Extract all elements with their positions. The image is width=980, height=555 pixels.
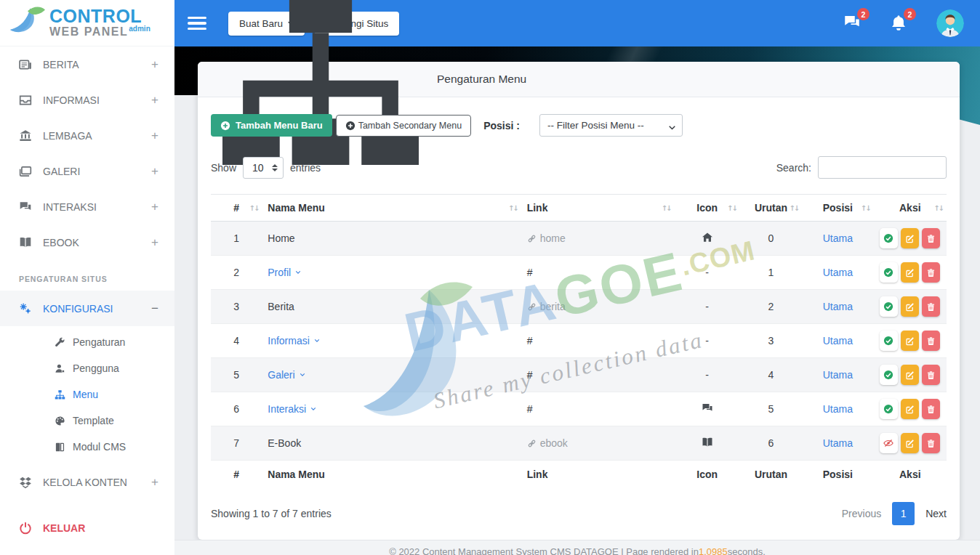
delete-button[interactable] <box>922 228 940 248</box>
menu-name-link[interactable]: Informasi <box>268 335 321 347</box>
toggle-visibility-button[interactable] <box>880 365 898 385</box>
sitemap-icon <box>55 389 65 400</box>
delete-button[interactable] <box>922 262 940 283</box>
expand-plus-icon: + <box>151 475 158 490</box>
submenu-item-pengaturan[interactable]: Pengaturan <box>0 329 174 355</box>
submenu-item-menu[interactable]: Menu <box>0 381 174 408</box>
row-number: 2 <box>211 256 262 290</box>
urutan-value: 3 <box>740 324 802 358</box>
column-header-icon[interactable]: Icon↑↓ <box>675 195 740 222</box>
notifications-bell-icon[interactable]: 2 <box>890 14 909 33</box>
page-1-button[interactable]: 1 <box>892 502 915 525</box>
trash-icon <box>926 302 936 312</box>
link-icon <box>527 439 537 448</box>
toggle-visibility-button[interactable] <box>880 262 898 283</box>
delete-button[interactable] <box>922 399 940 419</box>
footer-header-icon: Icon <box>675 461 740 489</box>
row-number: 6 <box>211 392 262 426</box>
menu-settings-card: Pengaturan Menu Tambah Menu Baru Tambah … <box>198 62 960 540</box>
user-avatar[interactable] <box>936 9 964 37</box>
toggle-visibility-button[interactable] <box>880 433 898 453</box>
sidebar-item-konfigurasi[interactable]: KONFIGURASI− <box>0 291 174 326</box>
search-input[interactable] <box>818 156 947 179</box>
newspaper-icon <box>19 58 32 71</box>
posisi-label: Posisi : <box>483 120 520 131</box>
column-header-posisi[interactable]: Posisi↑↓ <box>802 195 873 222</box>
sidebar-item-kelola-konten[interactable]: KELOLA KONTEN+ <box>0 464 174 500</box>
add-secondary-menu-button[interactable]: Tambah Secondary Menu <box>336 115 471 137</box>
app-logo[interactable]: CONTROL WEB PANELadmin <box>0 0 174 46</box>
table-header-row: #↑↓Nama Menu↑↓Link↑↓Icon↑↓Urutan↑↓Posisi… <box>211 195 947 222</box>
toggle-visibility-button[interactable] <box>880 228 898 248</box>
posisi-link[interactable]: Utama <box>823 335 853 347</box>
menu-link-text: home <box>540 232 566 244</box>
submenu-item-template[interactable]: Template <box>0 408 174 434</box>
column-header-nama-menu[interactable]: Nama Menu↑↓ <box>262 195 521 222</box>
toggle-visibility-button[interactable] <box>880 399 898 419</box>
toggle-visibility-button[interactable] <box>880 331 898 351</box>
messages-badge: 2 <box>857 8 869 20</box>
trash-icon <box>926 405 936 414</box>
column-header-link[interactable]: Link↑↓ <box>521 195 675 222</box>
previous-page-button[interactable]: Previous <box>842 508 881 519</box>
logout-button[interactable]: KELUAR <box>0 510 174 546</box>
delete-button[interactable] <box>922 433 940 453</box>
collapse-minus-icon: − <box>151 301 158 316</box>
submenu-item-label: Template <box>73 415 114 426</box>
column-header-urutan[interactable]: Urutan↑↓ <box>740 195 802 222</box>
sidebar-item-informasi[interactable]: INFORMASI+ <box>0 82 174 118</box>
column-header-aksi[interactable]: Aksi↑↓ <box>874 195 947 222</box>
urutan-value: 6 <box>740 426 802 461</box>
logo-subtitle: WEB PANEL <box>49 26 128 39</box>
toggle-visibility-button[interactable] <box>880 296 898 317</box>
submenu-item-modul-cms[interactable]: Modul CMS <box>0 434 174 460</box>
bank-icon <box>19 129 32 142</box>
expand-plus-icon: + <box>151 200 158 214</box>
edit-button[interactable] <box>901 228 919 248</box>
delete-button[interactable] <box>922 331 940 351</box>
edit-button[interactable] <box>901 296 919 317</box>
add-menu-button[interactable]: Tambah Menu Baru <box>211 114 332 137</box>
sidebar-item-lembaga[interactable]: LEMBAGA+ <box>0 118 174 153</box>
delete-button[interactable] <box>922 365 940 385</box>
menu-name-link[interactable]: Galeri <box>268 369 305 381</box>
posisi-link[interactable]: Utama <box>823 232 853 244</box>
column-header-#[interactable]: #↑↓ <box>211 195 262 222</box>
urutan-value: 2 <box>740 290 802 324</box>
no-icon-dash: - <box>705 335 709 347</box>
submenu-item-pengguna[interactable]: Pengguna <box>0 355 174 381</box>
hamburger-menu-icon[interactable] <box>188 17 206 31</box>
sort-icon: ↑↓ <box>662 204 671 212</box>
menu-name-link[interactable]: Profil <box>268 267 302 278</box>
page-size-select[interactable]: 10 <box>243 157 284 179</box>
next-page-button[interactable]: Next <box>925 508 947 519</box>
posisi-link[interactable]: Utama <box>823 437 853 449</box>
menu-link-text: # <box>527 403 533 415</box>
menu-link-text: berita <box>540 301 566 312</box>
home-icon <box>702 232 713 243</box>
page-footer: © 2022 Content Management System CMS DAT… <box>174 540 980 555</box>
row-number: 3 <box>211 290 262 324</box>
sidebar-item-ebook[interactable]: EBOOK+ <box>0 224 174 260</box>
table-row: 7E-Bookebook6Utama <box>211 426 947 461</box>
posisi-link[interactable]: Utama <box>823 301 853 312</box>
edit-button[interactable] <box>901 262 919 283</box>
pagination: Previous 1 Next <box>842 502 947 525</box>
sidebar-item-label: INFORMASI <box>43 94 100 106</box>
filter-posisi-select[interactable]: -- Filter Posisi Menu -- <box>539 114 683 137</box>
footer-header-urutan: Urutan <box>740 461 802 489</box>
menu-name-link[interactable]: Interaksi <box>268 403 317 415</box>
row-number: 1 <box>211 222 262 256</box>
delete-button[interactable] <box>922 296 940 317</box>
edit-button[interactable] <box>901 433 919 453</box>
messages-icon[interactable]: 2 <box>843 14 862 33</box>
edit-button[interactable] <box>901 331 919 351</box>
posisi-link[interactable]: Utama <box>823 369 853 381</box>
sidebar-item-galeri[interactable]: GALERI+ <box>0 153 174 189</box>
sidebar-item-interaksi[interactable]: INTERAKSI+ <box>0 189 174 224</box>
edit-button[interactable] <box>901 365 919 385</box>
posisi-link[interactable]: Utama <box>823 267 853 278</box>
edit-button[interactable] <box>901 399 919 419</box>
sidebar-item-berita[interactable]: BERITA+ <box>0 46 174 82</box>
posisi-link[interactable]: Utama <box>823 403 853 415</box>
